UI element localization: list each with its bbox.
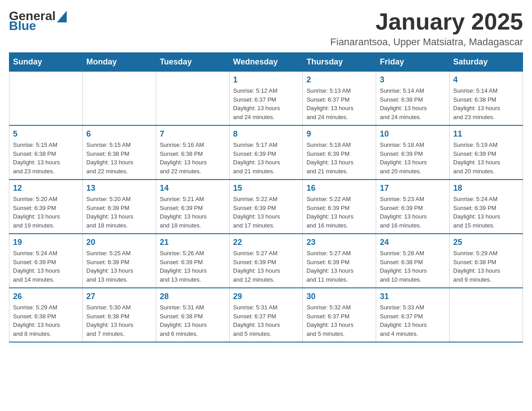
day-cell bbox=[450, 288, 523, 342]
day-number: 8 bbox=[233, 129, 299, 139]
location-title: Fianarantsoa, Upper Matsiatra, Madagasca… bbox=[330, 36, 523, 48]
day-cell: 11Sunrise: 5:19 AMSunset: 6:39 PMDayligh… bbox=[450, 125, 523, 180]
week-row-1: 1Sunrise: 5:12 AMSunset: 6:37 PMDaylight… bbox=[9, 72, 523, 126]
day-cell bbox=[9, 72, 83, 126]
week-row-4: 19Sunrise: 5:24 AMSunset: 6:39 PMDayligh… bbox=[9, 234, 523, 288]
day-number: 18 bbox=[453, 184, 519, 193]
day-info: Sunrise: 5:27 AMSunset: 6:39 PMDaylight:… bbox=[306, 249, 372, 284]
day-cell: 18Sunrise: 5:24 AMSunset: 6:39 PMDayligh… bbox=[450, 180, 523, 234]
day-info: Sunrise: 5:22 AMSunset: 6:39 PMDaylight:… bbox=[233, 195, 299, 230]
day-cell: 19Sunrise: 5:24 AMSunset: 6:39 PMDayligh… bbox=[9, 234, 83, 288]
day-cell: 3Sunrise: 5:14 AMSunset: 6:38 PMDaylight… bbox=[376, 72, 450, 126]
day-cell: 9Sunrise: 5:18 AMSunset: 6:39 PMDaylight… bbox=[303, 125, 376, 180]
day-number: 1 bbox=[233, 75, 299, 85]
day-number: 29 bbox=[233, 292, 299, 301]
day-info: Sunrise: 5:30 AMSunset: 6:38 PMDaylight:… bbox=[86, 303, 152, 338]
week-row-2: 5Sunrise: 5:15 AMSunset: 6:38 PMDaylight… bbox=[9, 125, 523, 180]
weekday-header-friday: Friday bbox=[376, 53, 450, 72]
day-info: Sunrise: 5:20 AMSunset: 6:39 PMDaylight:… bbox=[86, 195, 152, 230]
week-row-3: 12Sunrise: 5:20 AMSunset: 6:39 PMDayligh… bbox=[9, 180, 523, 234]
day-number: 20 bbox=[86, 238, 152, 247]
day-number: 16 bbox=[306, 184, 372, 193]
day-info: Sunrise: 5:15 AMSunset: 6:38 PMDaylight:… bbox=[86, 141, 152, 176]
day-number: 3 bbox=[380, 75, 446, 85]
calendar-table: SundayMondayTuesdayWednesdayThursdayFrid… bbox=[9, 52, 523, 342]
day-number: 17 bbox=[380, 184, 446, 193]
day-number: 23 bbox=[306, 238, 372, 247]
day-cell: 20Sunrise: 5:25 AMSunset: 6:39 PMDayligh… bbox=[82, 234, 156, 288]
weekday-header-sunday: Sunday bbox=[9, 53, 83, 72]
day-cell: 26Sunrise: 5:29 AMSunset: 6:38 PMDayligh… bbox=[9, 288, 83, 342]
day-cell bbox=[156, 72, 229, 126]
day-number: 14 bbox=[160, 184, 226, 193]
day-cell: 22Sunrise: 5:27 AMSunset: 6:39 PMDayligh… bbox=[229, 234, 303, 288]
day-info: Sunrise: 5:19 AMSunset: 6:39 PMDaylight:… bbox=[453, 141, 519, 176]
day-number: 30 bbox=[306, 292, 372, 301]
day-cell: 2Sunrise: 5:13 AMSunset: 6:37 PMDaylight… bbox=[303, 72, 376, 126]
day-cell bbox=[82, 72, 156, 126]
day-number: 22 bbox=[233, 238, 299, 247]
weekday-header-wednesday: Wednesday bbox=[229, 53, 303, 72]
weekday-header-monday: Monday bbox=[82, 53, 156, 72]
day-info: Sunrise: 5:26 AMSunset: 6:39 PMDaylight:… bbox=[160, 249, 226, 284]
weekday-header-thursday: Thursday bbox=[303, 53, 376, 72]
day-info: Sunrise: 5:13 AMSunset: 6:37 PMDaylight:… bbox=[306, 86, 372, 121]
day-cell: 6Sunrise: 5:15 AMSunset: 6:38 PMDaylight… bbox=[82, 125, 156, 180]
month-title: January 2025 bbox=[330, 9, 523, 34]
day-cell: 17Sunrise: 5:23 AMSunset: 6:39 PMDayligh… bbox=[376, 180, 450, 234]
day-cell: 7Sunrise: 5:16 AMSunset: 6:38 PMDaylight… bbox=[156, 125, 229, 180]
day-info: Sunrise: 5:18 AMSunset: 6:39 PMDaylight:… bbox=[380, 141, 446, 176]
day-number: 15 bbox=[233, 184, 299, 193]
day-number: 19 bbox=[13, 238, 79, 247]
day-number: 6 bbox=[86, 129, 152, 139]
logo-triangle-icon bbox=[57, 11, 67, 22]
day-info: Sunrise: 5:17 AMSunset: 6:39 PMDaylight:… bbox=[233, 141, 299, 176]
day-info: Sunrise: 5:16 AMSunset: 6:38 PMDaylight:… bbox=[160, 141, 226, 176]
day-cell: 16Sunrise: 5:22 AMSunset: 6:39 PMDayligh… bbox=[303, 180, 376, 234]
day-number: 10 bbox=[380, 129, 446, 139]
svg-marker-0 bbox=[57, 11, 67, 22]
day-info: Sunrise: 5:33 AMSunset: 6:37 PMDaylight:… bbox=[380, 303, 446, 338]
day-number: 21 bbox=[160, 238, 226, 247]
day-cell: 29Sunrise: 5:31 AMSunset: 6:37 PMDayligh… bbox=[229, 288, 303, 342]
day-number: 26 bbox=[13, 292, 79, 301]
day-number: 7 bbox=[160, 129, 226, 139]
day-info: Sunrise: 5:18 AMSunset: 6:39 PMDaylight:… bbox=[306, 141, 372, 176]
day-number: 9 bbox=[306, 129, 372, 139]
day-number: 4 bbox=[453, 75, 519, 85]
day-cell: 27Sunrise: 5:30 AMSunset: 6:38 PMDayligh… bbox=[82, 288, 156, 342]
day-cell: 13Sunrise: 5:20 AMSunset: 6:39 PMDayligh… bbox=[82, 180, 156, 234]
day-cell: 21Sunrise: 5:26 AMSunset: 6:39 PMDayligh… bbox=[156, 234, 229, 288]
day-info: Sunrise: 5:15 AMSunset: 6:38 PMDaylight:… bbox=[13, 141, 79, 176]
day-info: Sunrise: 5:23 AMSunset: 6:39 PMDaylight:… bbox=[380, 195, 446, 230]
day-info: Sunrise: 5:28 AMSunset: 6:38 PMDaylight:… bbox=[380, 249, 446, 284]
day-number: 28 bbox=[160, 292, 226, 301]
day-cell: 30Sunrise: 5:32 AMSunset: 6:37 PMDayligh… bbox=[303, 288, 376, 342]
day-info: Sunrise: 5:29 AMSunset: 6:38 PMDaylight:… bbox=[453, 249, 519, 284]
day-cell: 31Sunrise: 5:33 AMSunset: 6:37 PMDayligh… bbox=[376, 288, 450, 342]
day-info: Sunrise: 5:31 AMSunset: 6:38 PMDaylight:… bbox=[160, 303, 226, 338]
day-cell: 14Sunrise: 5:21 AMSunset: 6:39 PMDayligh… bbox=[156, 180, 229, 234]
weekday-header-saturday: Saturday bbox=[450, 53, 523, 72]
day-number: 12 bbox=[13, 184, 79, 193]
weekday-header-row: SundayMondayTuesdayWednesdayThursdayFrid… bbox=[9, 53, 523, 72]
day-cell: 15Sunrise: 5:22 AMSunset: 6:39 PMDayligh… bbox=[229, 180, 303, 234]
day-info: Sunrise: 5:22 AMSunset: 6:39 PMDaylight:… bbox=[306, 195, 372, 230]
day-number: 5 bbox=[13, 129, 79, 139]
weekday-header-tuesday: Tuesday bbox=[156, 53, 229, 72]
day-number: 31 bbox=[380, 292, 446, 301]
day-cell: 24Sunrise: 5:28 AMSunset: 6:38 PMDayligh… bbox=[376, 234, 450, 288]
day-cell: 10Sunrise: 5:18 AMSunset: 6:39 PMDayligh… bbox=[376, 125, 450, 180]
day-info: Sunrise: 5:20 AMSunset: 6:39 PMDaylight:… bbox=[13, 195, 79, 230]
day-info: Sunrise: 5:14 AMSunset: 6:38 PMDaylight:… bbox=[453, 86, 519, 121]
day-cell: 1Sunrise: 5:12 AMSunset: 6:37 PMDaylight… bbox=[229, 72, 303, 126]
day-info: Sunrise: 5:32 AMSunset: 6:37 PMDaylight:… bbox=[306, 303, 372, 338]
day-cell: 28Sunrise: 5:31 AMSunset: 6:38 PMDayligh… bbox=[156, 288, 229, 342]
day-info: Sunrise: 5:14 AMSunset: 6:38 PMDaylight:… bbox=[380, 86, 446, 121]
day-cell: 23Sunrise: 5:27 AMSunset: 6:39 PMDayligh… bbox=[303, 234, 376, 288]
day-info: Sunrise: 5:24 AMSunset: 6:39 PMDaylight:… bbox=[13, 249, 79, 284]
day-cell: 25Sunrise: 5:29 AMSunset: 6:38 PMDayligh… bbox=[450, 234, 523, 288]
day-number: 2 bbox=[306, 75, 372, 85]
day-info: Sunrise: 5:25 AMSunset: 6:39 PMDaylight:… bbox=[86, 249, 152, 284]
day-info: Sunrise: 5:27 AMSunset: 6:39 PMDaylight:… bbox=[233, 249, 299, 284]
